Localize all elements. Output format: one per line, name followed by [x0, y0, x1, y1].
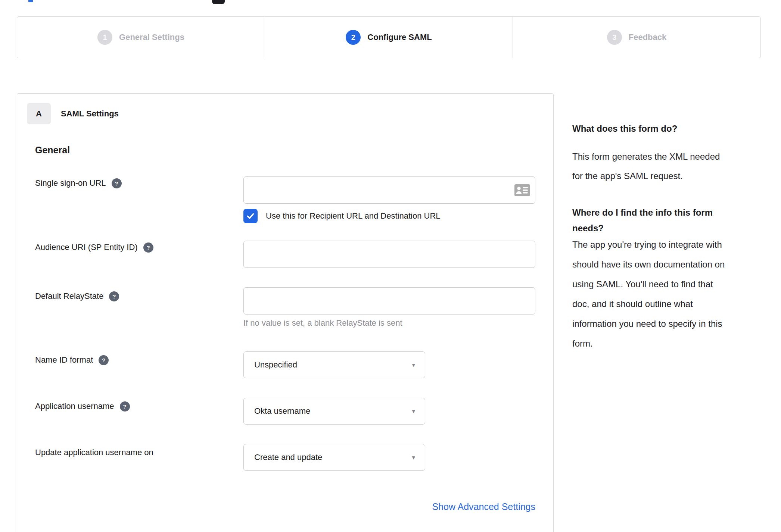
- sso-url-label-row: Single sign-on URL ?: [35, 178, 122, 189]
- sidebar-paragraph-where-line: using SAML. You'll need to find that: [572, 274, 725, 294]
- sidebar-heading-what: What does this form do?: [572, 123, 677, 134]
- step-2-number-badge: 2: [346, 30, 361, 45]
- sidebar-paragraph-where: The app you're trying to integrate with …: [572, 235, 725, 353]
- name-id-format-help-icon[interactable]: ?: [99, 355, 109, 365]
- recipient-url-checkbox[interactable]: [243, 209, 258, 223]
- sso-url-input[interactable]: [243, 176, 535, 204]
- wizard-stepper: 1 General Settings 2 Configure SAML 3 Fe…: [17, 16, 761, 58]
- chevron-down-icon: ▾: [412, 407, 415, 415]
- sidebar-paragraph-what-line: This form generates the XML needed: [572, 147, 720, 166]
- sidebar-heading-where-line: Where do I find the info this form: [572, 205, 713, 220]
- step-2-label: Configure SAML: [367, 32, 432, 42]
- cutoff-header-fragment: [212, 0, 225, 4]
- name-id-format-value: Unspecified: [254, 360, 297, 370]
- update-username-select[interactable]: Create and update ▾: [243, 444, 425, 471]
- sidebar-paragraph-where-line: The app you're trying to integrate with: [572, 235, 725, 254]
- step-feedback[interactable]: 3 Feedback: [513, 17, 760, 58]
- update-username-label-row: Update application username on: [35, 447, 153, 458]
- sidebar-paragraph-where-line: should have its own documentation on: [572, 254, 725, 274]
- step-general-settings[interactable]: 1 General Settings: [17, 17, 265, 58]
- app-username-label-row: Application username ?: [35, 401, 130, 412]
- audience-uri-help-icon[interactable]: ?: [143, 242, 153, 253]
- cutoff-tab-fragment: [28, 0, 33, 2]
- step-1-number-badge: 1: [97, 30, 112, 45]
- step-3-number-badge: 3: [607, 30, 622, 45]
- card-title: SAML Settings: [61, 103, 119, 124]
- sidebar-heading-where-line: needs?: [572, 220, 713, 236]
- app-username-label: Application username: [35, 401, 114, 411]
- relay-state-hint: If no value is set, a blank RelayState i…: [243, 318, 402, 328]
- recipient-url-checkbox-label: Use this for Recipient URL and Destinati…: [266, 209, 441, 223]
- sidebar-paragraph-what: This form generates the XML needed for t…: [572, 147, 720, 186]
- audience-uri-label: Audience URI (SP Entity ID): [35, 242, 138, 252]
- chevron-down-icon: ▾: [412, 454, 415, 461]
- step-3-label: Feedback: [629, 32, 667, 42]
- relay-state-input[interactable]: [243, 287, 535, 314]
- audience-uri-label-row: Audience URI (SP Entity ID) ?: [35, 242, 153, 253]
- sidebar-paragraph-where-line: form.: [572, 334, 725, 353]
- show-advanced-settings-link[interactable]: Show Advanced Settings: [243, 501, 535, 512]
- audience-uri-input[interactable]: [243, 241, 535, 268]
- name-id-format-select[interactable]: Unspecified ▾: [243, 351, 425, 378]
- sidebar-paragraph-what-line: for the app's SAML request.: [572, 166, 720, 186]
- sidebar-paragraph-where-line: information you need to specify in this: [572, 314, 725, 334]
- sidebar-heading-where: Where do I find the info this form needs…: [572, 205, 713, 236]
- contact-card-icon[interactable]: [514, 184, 530, 196]
- name-id-format-label: Name ID format: [35, 355, 93, 365]
- update-username-value: Create and update: [254, 453, 322, 462]
- sso-url-label: Single sign-on URL: [35, 178, 106, 188]
- app-username-help-icon[interactable]: ?: [120, 401, 130, 411]
- sidebar-paragraph-where-line: doc, and it should outline what: [572, 294, 725, 314]
- update-username-label: Update application username on: [35, 448, 153, 457]
- general-section-heading: General: [35, 145, 70, 156]
- sso-url-help-icon[interactable]: ?: [112, 178, 122, 188]
- app-username-value: Okta username: [254, 406, 310, 416]
- relay-state-label-row: Default RelayState ?: [35, 291, 119, 302]
- checkmark-icon: [246, 211, 255, 221]
- chevron-down-icon: ▾: [412, 361, 415, 369]
- step-1-label: General Settings: [119, 32, 184, 42]
- step-configure-saml[interactable]: 2 Configure SAML: [265, 17, 513, 58]
- app-username-select[interactable]: Okta username ▾: [243, 398, 425, 425]
- name-id-format-label-row: Name ID format ?: [35, 354, 109, 366]
- relay-state-label: Default RelayState: [35, 291, 103, 301]
- relay-state-help-icon[interactable]: ?: [109, 291, 119, 301]
- section-a-badge: A: [27, 103, 51, 124]
